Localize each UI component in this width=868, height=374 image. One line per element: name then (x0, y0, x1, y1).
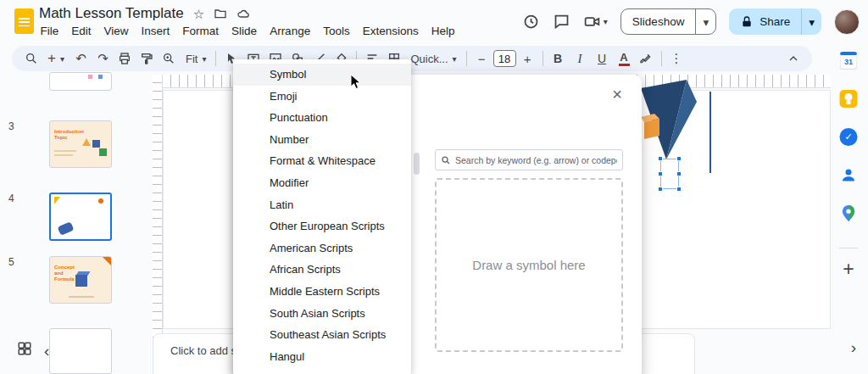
menu-insert[interactable]: Insert (135, 23, 176, 39)
underline-button[interactable]: U (592, 47, 613, 70)
selection-handle[interactable] (658, 187, 663, 192)
bold-button[interactable]: B (548, 47, 569, 70)
menubar: File Edit View Insert Format Slide Arran… (34, 23, 461, 39)
document-title[interactable]: Math Lesson Template (39, 5, 184, 22)
cube-shape (75, 275, 87, 287)
category-menu-item[interactable]: American Scripts (233, 237, 411, 260)
slideshow-button-group: Slideshow ▾ (620, 8, 716, 35)
category-menu-item[interactable]: Other East Asian Scripts (233, 367, 411, 374)
flag-shape (54, 197, 60, 204)
decrease-font-size-button[interactable]: − (471, 47, 492, 70)
get-addons-icon[interactable]: + (843, 260, 854, 279)
category-menu-item[interactable]: Emoji (233, 86, 411, 108)
slides-logo[interactable] (14, 8, 34, 34)
maps-icon[interactable] (841, 204, 857, 226)
share-button[interactable]: Share (729, 8, 801, 35)
cube-shape (92, 140, 100, 148)
account-avatar[interactable] (834, 9, 860, 35)
character-grid-scrollbar[interactable] (414, 153, 420, 175)
menu-format[interactable]: Format (176, 23, 225, 39)
category-menu-item[interactable]: Latin (233, 194, 411, 216)
selection-handle[interactable] (658, 156, 663, 161)
selection-handle[interactable] (676, 187, 682, 192)
menu-arrange[interactable]: Arrange (264, 23, 317, 39)
menu-file[interactable]: File (34, 23, 65, 39)
slideshow-options-caret[interactable]: ▾ (695, 9, 715, 34)
category-menu-item[interactable]: African Scripts (233, 259, 411, 281)
category-menu-item[interactable]: Format & Whitespace (233, 150, 411, 172)
caret-down-icon: ▾ (453, 54, 457, 64)
undo-button[interactable]: ↶ (70, 47, 92, 70)
menu-edit[interactable]: Edit (65, 23, 97, 39)
selection-box[interactable] (660, 159, 679, 189)
category-menu-item[interactable]: Punctuation (233, 107, 411, 129)
category-menu-item[interactable]: South Asian Scripts (233, 303, 411, 325)
more-options-button[interactable]: ⋮ (666, 47, 687, 70)
zoom-fit-dropdown[interactable]: Fit ▾ (181, 53, 211, 65)
category-menu-item[interactable]: Hangul (233, 346, 411, 368)
category-menu-item[interactable]: Middle Eastern Scripts (233, 281, 411, 303)
slide-3-thumbnail[interactable]: Introduction Topic (49, 120, 112, 168)
paint-format-button[interactable] (136, 47, 158, 70)
collapse-toolbar-icon[interactable] (782, 47, 804, 70)
share-button-group: Share ▾ (729, 8, 821, 35)
category-menu-item[interactable]: Symbol (233, 64, 411, 86)
corner-shape (103, 257, 111, 265)
menu-help[interactable]: Help (425, 23, 461, 39)
quick-styles-dropdown[interactable]: Quick... ▾ (405, 53, 461, 65)
move-folder-icon[interactable] (214, 7, 227, 20)
menu-extensions[interactable]: Extensions (356, 23, 425, 39)
font-size-input[interactable] (493, 50, 516, 67)
toolbar-divider (542, 51, 543, 66)
redo-button[interactable]: ↷ (92, 47, 114, 70)
slide-5-thumbnail[interactable]: Concept and Formula (49, 256, 112, 304)
category-menu-item[interactable]: Other European Scripts (233, 215, 411, 237)
version-history-icon[interactable] (522, 13, 540, 31)
tasks-icon[interactable]: ✓ (840, 128, 858, 146)
collapse-filmstrip-icon[interactable]: ‹ (44, 343, 49, 359)
slide-6-thumbnail[interactable] (49, 328, 112, 374)
increase-font-size-button[interactable]: + (517, 47, 538, 70)
symbol-draw-area[interactable]: Draw a symbol here (435, 178, 623, 352)
insert-anything-button[interactable]: + ▾ (42, 50, 70, 67)
menu-tools[interactable]: Tools (317, 23, 357, 39)
mouse-cursor (350, 74, 362, 91)
grid-view-icon[interactable] (17, 341, 32, 360)
keep-icon[interactable] (840, 90, 858, 108)
comments-icon[interactable] (553, 13, 570, 31)
italic-button[interactable]: I (570, 47, 591, 70)
zoom-button[interactable] (159, 47, 180, 70)
search-menus-icon[interactable] (20, 47, 42, 70)
slide-3-number: 3 (8, 120, 14, 132)
menu-view[interactable]: View (97, 23, 135, 39)
symbol-search-input[interactable] (455, 155, 617, 165)
zoom-fit-label: Fit (186, 53, 198, 65)
print-button[interactable] (114, 47, 136, 70)
category-menu-item[interactable]: Southeast Asian Scripts (233, 324, 411, 346)
selection-handle[interactable] (676, 171, 682, 176)
meet-call-control[interactable]: ▾ (583, 13, 608, 31)
slide-4-thumbnail[interactable] (49, 193, 112, 241)
calendar-icon[interactable]: 31 (840, 52, 858, 70)
close-icon[interactable]: × (606, 83, 628, 105)
slide-2-thumbnail[interactable] (49, 72, 112, 91)
cone-shape (82, 138, 91, 146)
slideshow-button[interactable]: Slideshow (621, 9, 696, 34)
selection-handle[interactable] (676, 156, 682, 161)
text-color-button[interactable]: A (614, 47, 635, 70)
highlight-color-button[interactable] (636, 47, 657, 70)
category-menu-item[interactable]: Modifier (233, 172, 411, 194)
slide-3-title: Introduction Topic (54, 129, 81, 141)
draw-area-placeholder: Draw a symbol here (472, 258, 585, 272)
selection-handle[interactable] (658, 171, 663, 176)
vertical-ruler (153, 75, 163, 374)
contacts-icon[interactable] (840, 166, 858, 187)
lock-icon (740, 15, 754, 29)
menu-slide[interactable]: Slide (225, 23, 264, 39)
bottom-left-controls: ‹ (17, 341, 49, 360)
google-slides-app: Math Lesson Template ☆ File Edit View In… (0, 0, 868, 374)
star-icon[interactable]: ☆ (193, 8, 204, 20)
category-menu-item[interactable]: Number (233, 129, 411, 151)
share-options-caret[interactable]: ▾ (801, 8, 821, 35)
cloud-status-icon[interactable] (236, 7, 250, 20)
